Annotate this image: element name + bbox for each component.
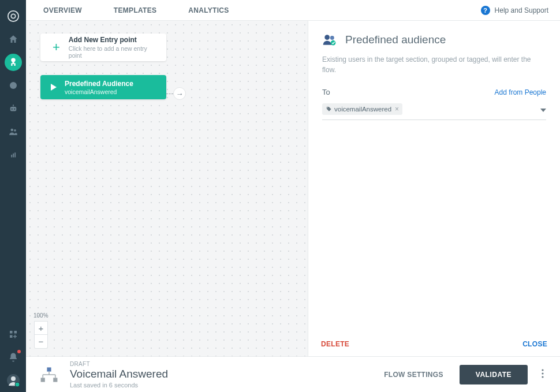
svg-point-29 [542, 369, 543, 371]
side-panel: Predefined audience Existing users in th… [308, 21, 560, 356]
nav-notifications[interactable] [5, 349, 22, 366]
add-from-people-link[interactable]: Add from People [495, 88, 546, 96]
flow-canvas-wrap: + Add New Entry point Click here to add … [26, 21, 308, 356]
svg-point-5 [14, 109, 15, 110]
svg-point-7 [10, 129, 13, 132]
left-nav [0, 0, 26, 392]
svg-point-2 [10, 82, 17, 89]
panel-description: Existing users in the target section, gr… [322, 54, 546, 75]
svg-point-0 [8, 11, 18, 21]
audience-tag-field[interactable]: voicemailAnswered × [322, 101, 546, 120]
add-entry-title: Add New Entry point [69, 36, 158, 44]
zoom-out-button[interactable]: − [34, 335, 48, 349]
tag-label: voicemailAnswered [334, 106, 391, 113]
flow-status: DRAFT [70, 361, 168, 367]
svg-point-21 [331, 40, 336, 46]
flow-settings-button[interactable]: FLOW SETTINGS [384, 371, 443, 379]
svg-point-18 [15, 382, 20, 387]
zoom-controls: 100% + − [33, 312, 48, 349]
app-logo[interactable] [5, 8, 22, 25]
tag-remove-button[interactable]: × [395, 105, 399, 113]
svg-rect-3 [10, 107, 16, 111]
flow-canvas[interactable]: + Add New Entry point Click here to add … [26, 21, 308, 356]
tab-templates[interactable]: TEMPLATES [114, 6, 156, 14]
svg-point-17 [11, 376, 16, 381]
plus-icon: + [48, 41, 64, 54]
svg-point-19 [324, 35, 330, 40]
svg-point-4 [11, 109, 12, 110]
panel-title: Predefined audience [345, 33, 446, 46]
top-tabs-bar: OVERVIEW TEMPLATES ANALYTICS ? Help and … [26, 0, 560, 21]
svg-rect-28 [53, 378, 57, 382]
svg-rect-11 [13, 154, 14, 158]
audience-node-subtitle: voicemailAnswered [65, 88, 133, 95]
close-panel-button[interactable]: CLOSE [522, 340, 547, 348]
svg-rect-27 [41, 378, 45, 382]
nav-flows[interactable] [5, 54, 22, 71]
tab-analytics[interactable]: ANALYTICS [188, 6, 229, 14]
validate-button[interactable]: VALIDATE [460, 365, 528, 384]
svg-rect-15 [10, 335, 13, 338]
svg-point-20 [330, 36, 334, 40]
add-new-entry-point-card[interactable]: + Add New Entry point Click here to add … [40, 33, 166, 61]
delete-button[interactable]: DELETE [321, 340, 349, 348]
to-label: To [322, 88, 330, 96]
bottom-bar: DRAFT Voicemail Answered Last saved in 6… [26, 356, 560, 392]
add-next-step-button[interactable]: → [173, 87, 186, 100]
nav-analytics[interactable] [5, 146, 22, 163]
flow-last-saved: Last saved in 6 seconds [70, 382, 168, 389]
audience-node-title: Predefined Audience [65, 80, 133, 88]
nav-bot[interactable] [5, 100, 22, 117]
predefined-audience-node[interactable]: Predefined Audience voicemailAnswered [40, 75, 166, 99]
svg-rect-14 [14, 331, 17, 334]
nav-people[interactable] [5, 123, 22, 140]
more-options-button[interactable] [538, 365, 547, 384]
svg-rect-22 [47, 367, 51, 371]
svg-rect-12 [14, 152, 16, 157]
node-connector: → [166, 87, 186, 100]
svg-rect-6 [13, 104, 14, 106]
nav-conversations[interactable] [5, 77, 22, 94]
nav-home[interactable] [5, 31, 22, 48]
flow-icon [39, 366, 59, 383]
flow-name: Voicemail Answered [70, 368, 168, 380]
audience-icon [322, 33, 337, 46]
notification-badge [17, 350, 21, 353]
tag-chip[interactable]: voicemailAnswered × [322, 103, 402, 115]
tab-overview[interactable]: OVERVIEW [43, 6, 82, 14]
play-icon [51, 84, 57, 91]
svg-rect-10 [11, 155, 12, 158]
zoom-in-button[interactable]: + [34, 321, 48, 335]
help-label: Help and Support [495, 6, 548, 14]
svg-rect-13 [10, 331, 13, 334]
svg-point-8 [14, 129, 16, 132]
help-and-support[interactable]: ? Help and Support [481, 6, 548, 15]
zoom-level: 100% [33, 312, 48, 319]
svg-point-30 [542, 372, 543, 374]
tag-icon [326, 106, 332, 113]
add-entry-subtitle: Click here to add a new entry point [69, 45, 158, 59]
dropdown-caret-icon[interactable] [540, 104, 546, 114]
svg-point-1 [11, 14, 15, 18]
svg-point-31 [542, 376, 543, 378]
nav-profile[interactable] [5, 372, 22, 389]
nav-apps[interactable] [5, 326, 22, 343]
help-icon: ? [481, 6, 490, 15]
